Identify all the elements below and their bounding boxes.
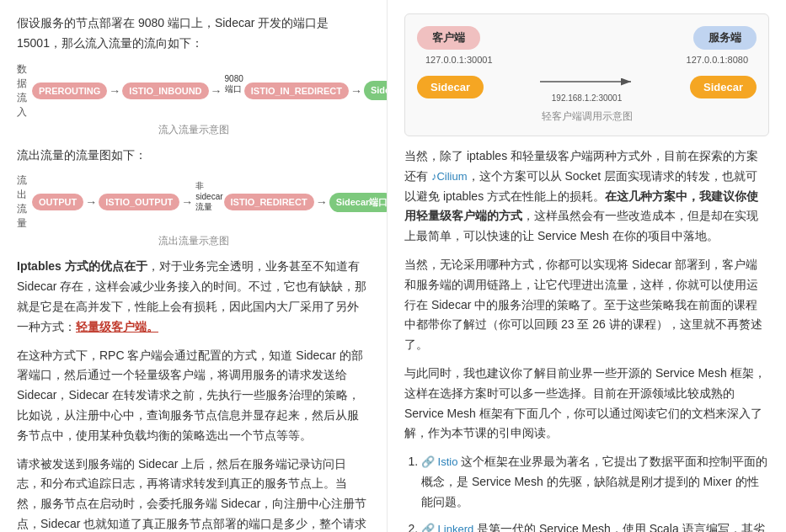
right-para3: 与此同时，我也建议你了解目前业界一些开源的 Service Mesh 框架，这样… [404, 364, 769, 444]
connection-arrow-svg [537, 72, 638, 92]
right-para1: 当然，除了 iptables 和轻量级客户端两种方式外，目前在探索的方案还有 ♪… [404, 146, 769, 247]
outflow-label: 流出流量 [17, 173, 27, 231]
arrow3: → [350, 84, 362, 98]
network-diagram: 客户端 服务端 127.0.0.1:30001 127.0.0.1:8080 S… [404, 13, 769, 136]
outflow-intro: 流出流量的流量图如下： [17, 146, 370, 166]
istio-in-redirect-box: ISTIO_IN_REDIRECT [244, 82, 349, 99]
list-item-linkerd: 🔗 Linkerd 是第一代的 Service Mesh，使用 Scala 语言… [421, 519, 769, 532]
inflow-label: 数据流入 [17, 62, 27, 120]
inflow-caption: 流入流量示意图 [17, 123, 370, 137]
lightweight-client-label: 轻量级客户端。 [76, 320, 158, 333]
istio-output-box: ISTIO_OUTPUT [99, 194, 179, 210]
arrow1: → [109, 84, 120, 98]
rpc-section-text: 在这种方式下，RPC 客户端会通过配置的方式，知道 Sidecar 的部署端口，… [17, 346, 370, 446]
outflow-caption: 流出流量示意图 [17, 234, 370, 248]
sidecar-row: Sidecar 192.168.1.2:30001 Sidecar [417, 72, 757, 103]
cilium-link[interactable]: ♪Cilium [431, 170, 468, 183]
server-box: 服务端 [693, 26, 757, 50]
arrow5: → [181, 195, 193, 209]
arrow4: → [85, 195, 97, 209]
outflow-diagram: 流出流量 OUTPUT → ISTIO_OUTPUT → 非sidecar流量 … [17, 173, 370, 231]
client-addr: 127.0.0.1:30001 [425, 55, 493, 65]
nd-arrow-line: 192.168.1.2:30001 [484, 72, 690, 103]
addr-row: 127.0.0.1:30001 127.0.0.1:8080 [417, 55, 757, 65]
iptables-section: Iptables 方式的优点在于，对于业务完全透明，业务甚至不知道有 Sidec… [17, 257, 370, 337]
resource-list: 🔗 Istio 这个框架在业界最为著名，它提出了数据平面和控制平面的概念，是 S… [404, 452, 769, 532]
nd-caption: 轻客户端调用示意图 [417, 109, 757, 124]
sidecar-right: Sidecar [690, 76, 757, 98]
list-item-istio: 🔗 Istio 这个框架在业界最为著名，它提出了数据平面和控制平面的概念，是 S… [421, 452, 769, 512]
linkerd-link[interactable]: 🔗 Linkerd [421, 523, 473, 532]
output-box: OUTPUT [32, 194, 83, 210]
sidecar-section-text: 请求被发送到服务端的 Sidecar 上后，然后在服务端记录访问日志，和分布式追… [17, 455, 370, 532]
client-box: 客户端 [417, 26, 480, 50]
recommendation-bold: 在这几种方案中，我建议你使用轻量级客户端的方式 [404, 189, 758, 223]
arrow6: → [316, 195, 328, 209]
sidecar-left: Sidecar [417, 76, 484, 98]
sidecar-outbound-box: Sidecar端口 [329, 193, 388, 212]
istio-redirect-box: ISTIO_REDIRECT [224, 194, 314, 210]
istio-inbound-box: ISTIO_INBOUND [122, 82, 208, 99]
right-para2: 当然，无论采用哪种方式，你都可以实现将 Sidecar 部署到，客户端和服务端的… [404, 255, 769, 355]
prerouting-box: PREROUTING [32, 82, 107, 99]
iptables-bold: Iptables 方式的优点在于 [17, 259, 147, 273]
intro-text: 假设服务的节点部署在 9080 端口上，Sidecar 开发的端口是 15001… [17, 13, 370, 54]
server-addr: 127.0.0.1:8080 [687, 55, 748, 65]
sidecar-inbound-box: Sidecar端口 [364, 81, 388, 100]
port-9080: 9080端口 [225, 74, 243, 95]
non-sidecar-label: 非sidecar流量 [195, 180, 222, 213]
inflow-diagram: 数据流入 PREROUTING → ISTIO_INBOUND → 9080端口… [17, 62, 370, 120]
istio-link[interactable]: 🔗 Istio [421, 455, 457, 468]
middle-addr: 192.168.1.2:30001 [552, 93, 622, 103]
nd-top-row: 客户端 服务端 [417, 26, 757, 50]
arrow2: → [211, 84, 222, 98]
right-panel: 客户端 服务端 127.0.0.1:30001 127.0.0.1:8080 S… [388, 0, 786, 532]
left-panel: 假设服务的节点部署在 9080 端口上，Sidecar 开发的端口是 15001… [0, 0, 388, 532]
